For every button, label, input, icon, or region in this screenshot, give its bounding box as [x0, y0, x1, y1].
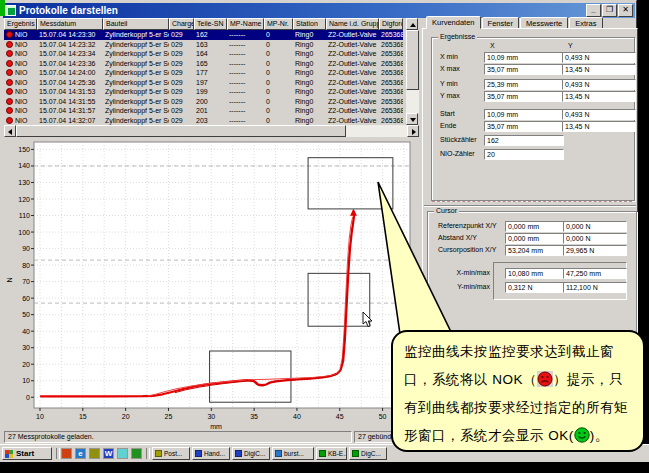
- table-cell-digforce: 265368: [379, 30, 403, 39]
- table-row[interactable]: NIO15.07.04 14:32:07Zylinderkoppf 5-er S…: [4, 116, 403, 126]
- v-scroll-thumb[interactable]: [406, 30, 419, 90]
- field-y-min-y[interactable]: 0,493 N: [562, 79, 636, 90]
- word-icon[interactable]: W: [103, 448, 114, 459]
- field-x-min-x[interactable]: 10,09 mm: [484, 52, 564, 63]
- table-cell-teile_sn: 164: [194, 49, 227, 58]
- field-cursor-y[interactable]: 0,000 N: [563, 233, 627, 244]
- task-icon: [235, 450, 242, 457]
- column-header-ergebnis[interactable]: Ergebnis: [4, 18, 37, 30]
- table-cell-station: Ring0: [293, 97, 326, 106]
- table-cell-station: Ring0: [293, 59, 326, 68]
- field-cursor-y[interactable]: 29,965 N: [563, 245, 627, 256]
- v-scrollbar: [406, 18, 419, 125]
- table-cell-ergebnis: NIO: [4, 78, 37, 87]
- label-start: Start: [440, 110, 455, 117]
- callout-line-1: 监控曲线未按监控要求达到截止窗: [404, 339, 635, 367]
- table-cell-ergebnis: NIO: [4, 40, 37, 49]
- field-minmax-a[interactable]: 0,312 N: [505, 282, 567, 293]
- app-icon[interactable]: [131, 448, 142, 459]
- field-cursor-y[interactable]: 0,000 N: [563, 221, 627, 232]
- nio-face-icon: [6, 79, 13, 86]
- callout-tail: [370, 178, 465, 340]
- arrow-up-icon: [410, 23, 416, 27]
- field-minmax-b[interactable]: 112,100 N: [563, 282, 627, 293]
- taskbar-button-burst[interactable]: burst...: [272, 447, 314, 460]
- field-ende-y[interactable]: 13,45 N: [562, 121, 636, 132]
- field-ende-x[interactable]: 35,07 mm: [484, 121, 564, 132]
- desktop-icon[interactable]: [61, 448, 72, 459]
- table-row[interactable]: NIO15.07.04 14:23:36Zylinderkoppf 5-er S…: [4, 59, 403, 69]
- scroll-up-button[interactable]: [406, 18, 418, 30]
- field-y-max-x[interactable]: 35,07 mm: [484, 91, 564, 102]
- player-icon[interactable]: [117, 448, 128, 459]
- start-button[interactable]: Start: [2, 447, 52, 460]
- column-header-mp_name[interactable]: MP-Name: [227, 18, 264, 30]
- field-start-x[interactable]: 10,09 mm: [484, 109, 564, 120]
- taskbar-button-hand[interactable]: Hand...: [192, 447, 230, 460]
- curve-chart[interactable]: 1015202530354045500102030405060708090100…: [4, 138, 422, 429]
- ie-icon[interactable]: e: [75, 448, 86, 459]
- table-cell-messdatum: 15.07.04 14:25:36: [37, 78, 103, 87]
- table-cell-mp_name: -------: [227, 30, 264, 39]
- field-x-max-x[interactable]: 35,07 mm: [484, 64, 564, 75]
- scroll-left-button[interactable]: [4, 125, 16, 137]
- x-tick-label: 50: [379, 413, 387, 420]
- field-y-min-x[interactable]: 25,39 mm: [484, 79, 564, 90]
- field-cursor-x[interactable]: 0,000 mm: [505, 233, 567, 244]
- table-cell-gruppe: Z2-Outlet-Valve: [326, 87, 379, 96]
- table-cell-mp_name: -------: [227, 59, 264, 68]
- field-stueckzaehler[interactable]: 162: [484, 135, 564, 146]
- y-tick-label: 90: [22, 245, 30, 252]
- table-row[interactable]: NIO15.07.04 14:23:32Zylinderkoppf 5-er S…: [4, 40, 403, 50]
- table-cell-messdatum: 15.07.04 14:23:32: [37, 40, 103, 49]
- table-cell-mp_nr: 0: [264, 68, 293, 77]
- outlook-icon[interactable]: [89, 448, 100, 459]
- column-header-digforce[interactable]: Digforce: [379, 18, 403, 30]
- column-header-station[interactable]: Station: [293, 18, 326, 30]
- column-header-messdatum[interactable]: Messdatum: [37, 18, 103, 30]
- table-row[interactable]: NIO15.07.04 14:23:34Zylinderkoppf 5-er S…: [4, 49, 403, 59]
- scroll-down-button[interactable]: [406, 113, 418, 125]
- table-row[interactable]: NIO15.07.04 14:24:00Zylinderkoppf 5-er S…: [4, 68, 403, 78]
- callout-line-2: 口，系统将以 NOK（）提示，只: [404, 367, 635, 395]
- field-y-max-y[interactable]: 13,45 N: [562, 91, 636, 102]
- table-cell-bauteil: Zylinderkoppf 5-er Serie: [103, 78, 169, 87]
- field-minmax-b[interactable]: 47,250 mm: [563, 268, 627, 279]
- table-row[interactable]: NIO15.07.04 14:31:55Zylinderkoppf 5-er S…: [4, 97, 403, 107]
- taskbar-button-kb-e[interactable]: KB-E...: [316, 447, 347, 460]
- taskbar-button-digc[interactable]: DigC...: [349, 447, 387, 460]
- column-header-teile_sn[interactable]: Teile-SN: [194, 18, 227, 30]
- table-row[interactable]: NIO15.07.04 14:25:36Zylinderkoppf 5-er S…: [4, 78, 403, 88]
- restore-button[interactable]: ❐: [602, 4, 617, 17]
- column-header-bauteil[interactable]: Bauteil: [103, 18, 169, 30]
- tab-kurvendaten[interactable]: Kurvendaten: [426, 16, 481, 29]
- ergebnisse-groupbox: Ergebnisse X Y X min10,09 mm0,493 NX max…: [431, 37, 635, 201]
- table-cell-mp_name: -------: [227, 116, 264, 125]
- field-cursor-x[interactable]: 0,000 mm: [505, 221, 567, 232]
- table-cell-messdatum: 15.07.04 14:23:34: [37, 49, 103, 58]
- field-cursor-x[interactable]: 53,204 mm: [505, 245, 567, 256]
- table-cell-gruppe: Z2-Outlet-Valve: [326, 59, 379, 68]
- table-cell-station: Ring0: [293, 68, 326, 77]
- field-minmax-a[interactable]: 10,080 mm: [505, 268, 567, 279]
- h-scroll-thumb[interactable]: [16, 125, 346, 137]
- y-tick-label: 100: [18, 229, 30, 236]
- field-x-min-y[interactable]: 0,493 N: [562, 52, 636, 63]
- column-header-mp_nr[interactable]: MP-Nr.: [264, 18, 293, 30]
- field-start-y[interactable]: 0,493 N: [562, 109, 636, 120]
- field-x-max-y[interactable]: 13,45 N: [562, 64, 636, 75]
- taskbar-button-digic[interactable]: DigiC...: [232, 447, 270, 460]
- column-header-charge[interactable]: Charge: [169, 18, 194, 30]
- field-nio-zaehler[interactable]: 20: [484, 149, 564, 160]
- table-cell-digforce: 265368: [379, 59, 403, 68]
- table-row[interactable]: NIO15.07.04 14:31:53Zylinderkoppf 5-er S…: [4, 87, 403, 97]
- taskbar-button-post[interactable]: Post...: [152, 447, 190, 460]
- scroll-right-button[interactable]: [407, 125, 419, 137]
- table-row[interactable]: NIO15.07.04 14:23:30Zylinderkoppf 5-er S…: [4, 30, 403, 40]
- taskbar-separator: [146, 448, 150, 459]
- close-button[interactable]: ✕: [618, 4, 633, 17]
- nio-face-icon: [6, 50, 13, 57]
- column-header-gruppe[interactable]: Name i.d. Gruppe: [326, 18, 379, 30]
- table-row[interactable]: NIO15.07.04 14:31:57Zylinderkoppf 5-er S…: [4, 106, 403, 116]
- protocol-table: ErgebnisMessdatumBauteilChargeTeile-SNMP…: [4, 18, 419, 137]
